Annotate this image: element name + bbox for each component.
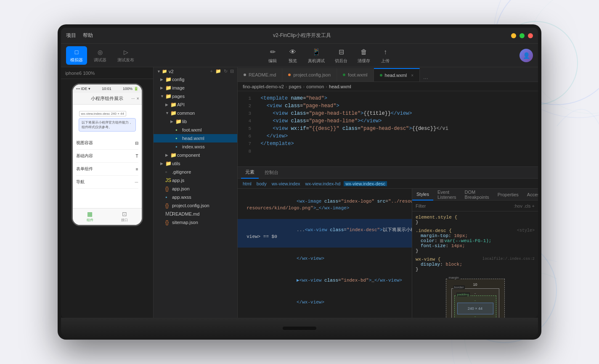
menu-icon-form: ≡ — [136, 167, 138, 171]
menu-help[interactable]: 帮助 — [83, 32, 93, 39]
refresh-icon[interactable]: ↻ — [224, 69, 228, 74]
breadcrumb-root[interactable]: fino-applet-demo-v2 — [243, 84, 284, 89]
phone-content: wx-view.index-desc 240 × 44 以下将展示小程序官方组件… — [73, 105, 142, 208]
more-icon[interactable]: ··· — [131, 96, 135, 101]
styles-tab-event-listeners[interactable]: Event Listeners — [433, 189, 461, 200]
tab-more-button[interactable]: ··· — [420, 75, 432, 82]
simulate-button[interactable]: □ 模拟器 — [66, 46, 87, 65]
tree-item-config[interactable]: ▶ 📁 config — [154, 75, 237, 84]
device-debug-action[interactable]: 📱 真机调试 — [308, 47, 325, 64]
html-line-4[interactable]: ▶<wx-view class="index-bd">_</wx-view> — [238, 269, 412, 291]
new-file-icon[interactable]: + — [210, 69, 213, 74]
tab-readme[interactable]: README.md — [238, 68, 282, 82]
menu-item-form[interactable]: 表单组件 ≡ — [76, 163, 138, 176]
device-debug-icon: 📱 — [311, 47, 321, 57]
elem-body[interactable]: body — [255, 181, 268, 186]
minimize-button[interactable] — [511, 33, 516, 38]
styles-filter-input[interactable] — [416, 203, 510, 208]
edit-action[interactable]: ✏ 编辑 — [268, 47, 278, 64]
close-button[interactable] — [528, 33, 533, 38]
test-button[interactable]: ▷ 测试发布 — [113, 46, 138, 65]
html-line-3[interactable]: </wx-view> — [238, 248, 412, 269]
clear-cache-action[interactable]: 🗑 清缓存 — [358, 47, 370, 64]
edit-label: 编辑 — [268, 58, 277, 64]
close-nav-icon[interactable]: × — [137, 96, 139, 101]
breadcrumb-common[interactable]: common — [306, 84, 324, 89]
signal-text: ▪▪▪ IDE ▾ — [76, 87, 91, 91]
new-folder-icon[interactable]: 📁 — [215, 69, 221, 74]
app-nav-title: 小程序组件展示 — [91, 95, 123, 102]
debug-button[interactable]: ◎ 调试器 — [90, 46, 111, 65]
styles-tab-properties[interactable]: Properties — [493, 189, 523, 200]
components-tab-icon: ▦ — [87, 211, 93, 217]
line-num-1: 1 — [238, 95, 251, 102]
border-label: border — [453, 285, 465, 289]
main-content: iphone6 100% ▪▪▪ IDE ▾ 10:01 — [61, 67, 538, 318]
bottom-tab-console[interactable]: 控制台 — [260, 167, 283, 179]
styles-filter-bar: :hov .cls + — [412, 200, 538, 211]
tree-item-app-json[interactable]: ▶ {} app.json — [154, 185, 237, 193]
simulator-panel: iphone6 100% ▪▪▪ IDE ▾ 10:01 — [61, 67, 154, 318]
tree-item-component[interactable]: ▶ 📁 component — [154, 151, 237, 159]
tree-item-gitignore[interactable]: ▶ ▫ .gitignore — [154, 168, 237, 176]
elem-wx-view-index-desc[interactable]: wx-view.index-desc — [344, 181, 387, 186]
folder-icon-common: 📁 — [170, 110, 177, 116]
content-highlight-area: wx-view.index-desc 240 × 44 以下将展示小程序官方组件… — [73, 108, 142, 135]
styles-tab-dom-breakpoints[interactable]: DOM Breakpoints — [461, 189, 493, 200]
tree-item-lib[interactable]: ▶ 📁 lib — [154, 117, 237, 126]
html-line-6[interactable]: </body> — [238, 313, 412, 318]
breadcrumb-sep-1: › — [286, 84, 287, 89]
elem-wx-view-index-hd[interactable]: wx-view.index-hd — [304, 181, 342, 186]
tree-item-index-wxss[interactable]: ▶ ▪ index.wxss — [154, 142, 237, 151]
elem-html[interactable]: html — [241, 181, 253, 186]
head-wxml-tab-close[interactable]: × — [411, 73, 413, 78]
app-json-label: app.json — [172, 186, 190, 191]
tree-item-sitemap[interactable]: ▶ {} sitemap.json — [154, 218, 237, 227]
wx-view-close: } — [416, 267, 419, 272]
html-line-highlighted[interactable]: ...<wx-view class="index-desc">以下将展示小程序官… — [238, 219, 412, 248]
styles-tab-accessibility[interactable]: Accessibility — [523, 189, 538, 200]
highlight-content: 以下将展示小程序官方组件能力，组件样式仅供参考。 — [82, 120, 133, 129]
cut-action[interactable]: ⊟ 切后台 — [335, 47, 347, 64]
tree-item-head-wxml[interactable]: ▶ ▪ head.wxml — [154, 134, 237, 142]
maximize-button[interactable] — [519, 33, 525, 38]
upload-action[interactable]: ↑ 上传 — [380, 47, 390, 64]
menu-item-nav[interactable]: 导航 ··· — [76, 176, 138, 189]
breadcrumb-current[interactable]: head.wxml — [329, 84, 351, 89]
line-num-6: 6 — [238, 132, 251, 140]
bottom-tab-elements[interactable]: 元素 — [241, 167, 259, 179]
tree-item-app-wxss[interactable]: ▶ ▪ app.wxss — [154, 193, 237, 201]
user-avatar[interactable]: 👤 — [519, 49, 533, 62]
tab-project-config[interactable]: project.config.json — [282, 68, 337, 82]
html-tree[interactable]: <wx-image class="index-logo" src="../res… — [238, 189, 412, 318]
tab-api[interactable]: ⊡ 接口 — [107, 208, 142, 225]
head-wxml-tab-dot — [380, 74, 382, 76]
tree-item-project-config[interactable]: ▶ {} project.config.json — [154, 201, 237, 210]
styles-tab-styles[interactable]: Styles — [412, 189, 433, 200]
tree-item-app-js[interactable]: ▶ JS app.js — [154, 176, 237, 185]
tree-item-image[interactable]: ▶ 📁 image — [154, 84, 237, 92]
html-line-5[interactable]: </wx-view> — [238, 291, 412, 313]
menu-project[interactable]: 项目 — [66, 32, 76, 39]
tab-components[interactable]: ▦ 组件 — [73, 208, 107, 225]
menu-item-basic[interactable]: 基础内容 T — [76, 150, 138, 163]
tree-root[interactable]: ▼ 📁 v2 + 📁 ↻ ⊟ — [154, 67, 237, 75]
collapse-icon[interactable]: ⊟ — [230, 69, 234, 74]
tree-item-readme[interactable]: ▶ MD README.md — [154, 210, 237, 218]
file-icon-sitemap: {} — [165, 219, 172, 225]
preview-action[interactable]: 👁 预览 — [288, 47, 298, 64]
nav-icons: ··· × — [131, 96, 139, 101]
tree-item-api[interactable]: ▶ 📁 API — [154, 100, 237, 109]
html-line-1[interactable]: <wx-image class="index-logo" src="../res… — [238, 190, 412, 219]
tree-item-foot-wxml[interactable]: ▶ ▪ foot.wxml — [154, 126, 237, 134]
menu-item-views[interactable]: 视图容器 ⊟ — [76, 137, 138, 150]
tab-foot-wxml[interactable]: foot.wxml — [337, 68, 374, 82]
code-editor[interactable]: 1 2 3 4 5 6 7 8 <template name="head"> <… — [238, 91, 538, 166]
tab-head-wxml[interactable]: head.wxml × — [374, 68, 420, 82]
elem-wx-view-index[interactable]: wx-view.index — [270, 181, 302, 186]
tree-item-pages[interactable]: ▼ 📁 pages — [154, 92, 237, 100]
code-line-5: <view wx:if="{{desc}}" class="page-head-… — [254, 125, 535, 132]
breadcrumb-pages[interactable]: pages — [289, 84, 302, 89]
tree-item-common[interactable]: ▼ 📁 common — [154, 109, 237, 117]
tree-item-utils[interactable]: ▶ 📁 utils — [154, 159, 237, 168]
